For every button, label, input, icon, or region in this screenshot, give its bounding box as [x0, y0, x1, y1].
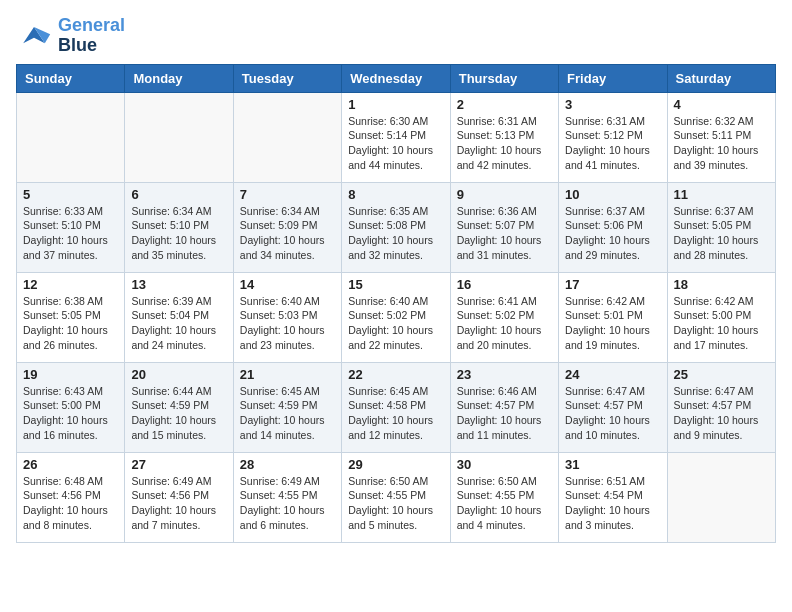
day-info: Sunrise: 6:36 AMSunset: 5:07 PMDaylight:…: [457, 204, 552, 263]
day-number: 10: [565, 187, 660, 202]
calendar-cell: [125, 92, 233, 182]
calendar-cell: 2Sunrise: 6:31 AMSunset: 5:13 PMDaylight…: [450, 92, 558, 182]
header-tuesday: Tuesday: [233, 64, 341, 92]
day-number: 18: [674, 277, 769, 292]
calendar-cell: 7Sunrise: 6:34 AMSunset: 5:09 PMDaylight…: [233, 182, 341, 272]
day-number: 6: [131, 187, 226, 202]
calendar-cell: 10Sunrise: 6:37 AMSunset: 5:06 PMDayligh…: [559, 182, 667, 272]
calendar-cell: 4Sunrise: 6:32 AMSunset: 5:11 PMDaylight…: [667, 92, 775, 182]
calendar-cell: 25Sunrise: 6:47 AMSunset: 4:57 PMDayligh…: [667, 362, 775, 452]
week-row-4: 19Sunrise: 6:43 AMSunset: 5:00 PMDayligh…: [17, 362, 776, 452]
calendar-cell: 29Sunrise: 6:50 AMSunset: 4:55 PMDayligh…: [342, 452, 450, 542]
day-info: Sunrise: 6:34 AMSunset: 5:10 PMDaylight:…: [131, 204, 226, 263]
day-number: 2: [457, 97, 552, 112]
calendar-table: SundayMondayTuesdayWednesdayThursdayFrid…: [16, 64, 776, 543]
day-info: Sunrise: 6:45 AMSunset: 4:58 PMDaylight:…: [348, 384, 443, 443]
calendar-cell: 23Sunrise: 6:46 AMSunset: 4:57 PMDayligh…: [450, 362, 558, 452]
calendar-cell: 16Sunrise: 6:41 AMSunset: 5:02 PMDayligh…: [450, 272, 558, 362]
calendar-cell: 26Sunrise: 6:48 AMSunset: 4:56 PMDayligh…: [17, 452, 125, 542]
day-number: 20: [131, 367, 226, 382]
header-thursday: Thursday: [450, 64, 558, 92]
calendar-cell: 22Sunrise: 6:45 AMSunset: 4:58 PMDayligh…: [342, 362, 450, 452]
calendar-cell: [17, 92, 125, 182]
day-number: 23: [457, 367, 552, 382]
day-info: Sunrise: 6:44 AMSunset: 4:59 PMDaylight:…: [131, 384, 226, 443]
calendar-cell: 3Sunrise: 6:31 AMSunset: 5:12 PMDaylight…: [559, 92, 667, 182]
day-info: Sunrise: 6:50 AMSunset: 4:55 PMDaylight:…: [457, 474, 552, 533]
week-row-2: 5Sunrise: 6:33 AMSunset: 5:10 PMDaylight…: [17, 182, 776, 272]
day-info: Sunrise: 6:39 AMSunset: 5:04 PMDaylight:…: [131, 294, 226, 353]
header-wednesday: Wednesday: [342, 64, 450, 92]
day-info: Sunrise: 6:49 AMSunset: 4:55 PMDaylight:…: [240, 474, 335, 533]
day-number: 19: [23, 367, 118, 382]
calendar-cell: 12Sunrise: 6:38 AMSunset: 5:05 PMDayligh…: [17, 272, 125, 362]
day-number: 24: [565, 367, 660, 382]
day-info: Sunrise: 6:42 AMSunset: 5:00 PMDaylight:…: [674, 294, 769, 353]
calendar-cell: 13Sunrise: 6:39 AMSunset: 5:04 PMDayligh…: [125, 272, 233, 362]
day-info: Sunrise: 6:41 AMSunset: 5:02 PMDaylight:…: [457, 294, 552, 353]
calendar-cell: 28Sunrise: 6:49 AMSunset: 4:55 PMDayligh…: [233, 452, 341, 542]
day-number: 29: [348, 457, 443, 472]
day-number: 14: [240, 277, 335, 292]
day-number: 30: [457, 457, 552, 472]
calendar-cell: 19Sunrise: 6:43 AMSunset: 5:00 PMDayligh…: [17, 362, 125, 452]
day-info: Sunrise: 6:35 AMSunset: 5:08 PMDaylight:…: [348, 204, 443, 263]
day-info: Sunrise: 6:38 AMSunset: 5:05 PMDaylight:…: [23, 294, 118, 353]
logo-icon: [16, 18, 52, 54]
day-number: 26: [23, 457, 118, 472]
day-number: 16: [457, 277, 552, 292]
calendar-cell: 27Sunrise: 6:49 AMSunset: 4:56 PMDayligh…: [125, 452, 233, 542]
day-number: 5: [23, 187, 118, 202]
calendar-cell: 6Sunrise: 6:34 AMSunset: 5:10 PMDaylight…: [125, 182, 233, 272]
calendar-cell: 31Sunrise: 6:51 AMSunset: 4:54 PMDayligh…: [559, 452, 667, 542]
day-info: Sunrise: 6:40 AMSunset: 5:02 PMDaylight:…: [348, 294, 443, 353]
day-info: Sunrise: 6:51 AMSunset: 4:54 PMDaylight:…: [565, 474, 660, 533]
week-row-1: 1Sunrise: 6:30 AMSunset: 5:14 PMDaylight…: [17, 92, 776, 182]
day-number: 17: [565, 277, 660, 292]
week-row-5: 26Sunrise: 6:48 AMSunset: 4:56 PMDayligh…: [17, 452, 776, 542]
day-number: 4: [674, 97, 769, 112]
day-info: Sunrise: 6:45 AMSunset: 4:59 PMDaylight:…: [240, 384, 335, 443]
calendar-header-row: SundayMondayTuesdayWednesdayThursdayFrid…: [17, 64, 776, 92]
calendar-cell: 21Sunrise: 6:45 AMSunset: 4:59 PMDayligh…: [233, 362, 341, 452]
calendar-cell: 15Sunrise: 6:40 AMSunset: 5:02 PMDayligh…: [342, 272, 450, 362]
day-number: 9: [457, 187, 552, 202]
calendar-cell: 17Sunrise: 6:42 AMSunset: 5:01 PMDayligh…: [559, 272, 667, 362]
day-number: 28: [240, 457, 335, 472]
day-number: 13: [131, 277, 226, 292]
logo-text: General Blue: [58, 16, 125, 56]
logo: General Blue: [16, 16, 125, 56]
day-number: 7: [240, 187, 335, 202]
day-number: 1: [348, 97, 443, 112]
calendar-cell: 8Sunrise: 6:35 AMSunset: 5:08 PMDaylight…: [342, 182, 450, 272]
header: General Blue: [16, 16, 776, 56]
week-row-3: 12Sunrise: 6:38 AMSunset: 5:05 PMDayligh…: [17, 272, 776, 362]
calendar-cell: 9Sunrise: 6:36 AMSunset: 5:07 PMDaylight…: [450, 182, 558, 272]
day-number: 11: [674, 187, 769, 202]
day-number: 21: [240, 367, 335, 382]
calendar-cell: [233, 92, 341, 182]
day-info: Sunrise: 6:31 AMSunset: 5:12 PMDaylight:…: [565, 114, 660, 173]
calendar-cell: 11Sunrise: 6:37 AMSunset: 5:05 PMDayligh…: [667, 182, 775, 272]
day-info: Sunrise: 6:43 AMSunset: 5:00 PMDaylight:…: [23, 384, 118, 443]
calendar-cell: 1Sunrise: 6:30 AMSunset: 5:14 PMDaylight…: [342, 92, 450, 182]
day-number: 27: [131, 457, 226, 472]
day-number: 31: [565, 457, 660, 472]
day-info: Sunrise: 6:34 AMSunset: 5:09 PMDaylight:…: [240, 204, 335, 263]
day-number: 25: [674, 367, 769, 382]
calendar-cell: 30Sunrise: 6:50 AMSunset: 4:55 PMDayligh…: [450, 452, 558, 542]
day-info: Sunrise: 6:47 AMSunset: 4:57 PMDaylight:…: [565, 384, 660, 443]
header-monday: Monday: [125, 64, 233, 92]
calendar-cell: 24Sunrise: 6:47 AMSunset: 4:57 PMDayligh…: [559, 362, 667, 452]
calendar-cell: 18Sunrise: 6:42 AMSunset: 5:00 PMDayligh…: [667, 272, 775, 362]
calendar-cell: 5Sunrise: 6:33 AMSunset: 5:10 PMDaylight…: [17, 182, 125, 272]
day-info: Sunrise: 6:42 AMSunset: 5:01 PMDaylight:…: [565, 294, 660, 353]
day-info: Sunrise: 6:46 AMSunset: 4:57 PMDaylight:…: [457, 384, 552, 443]
calendar-cell: [667, 452, 775, 542]
calendar-cell: 14Sunrise: 6:40 AMSunset: 5:03 PMDayligh…: [233, 272, 341, 362]
day-number: 12: [23, 277, 118, 292]
day-info: Sunrise: 6:33 AMSunset: 5:10 PMDaylight:…: [23, 204, 118, 263]
header-saturday: Saturday: [667, 64, 775, 92]
header-sunday: Sunday: [17, 64, 125, 92]
day-info: Sunrise: 6:37 AMSunset: 5:06 PMDaylight:…: [565, 204, 660, 263]
